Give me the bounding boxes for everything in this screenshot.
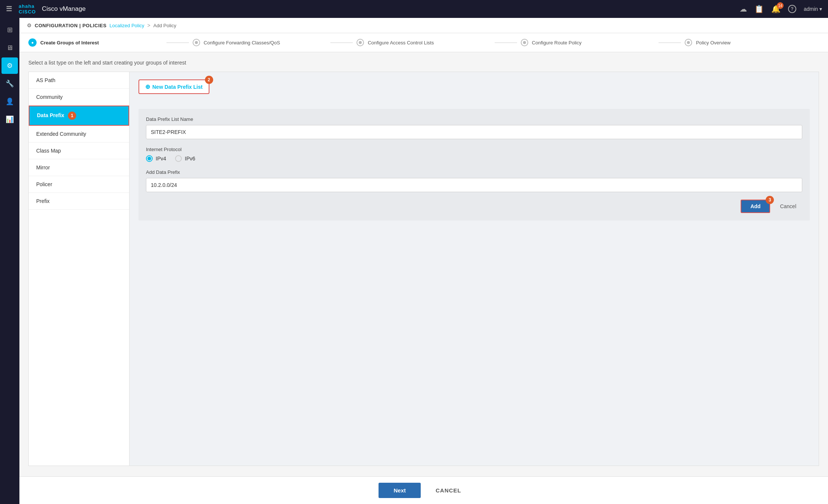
name-input[interactable] (146, 125, 802, 139)
two-column-layout: AS Path Community Data Prefix 1 Extended… (28, 72, 819, 466)
new-data-prefix-list-button[interactable]: ⊕ New Data Prefix List (138, 79, 209, 94)
next-button[interactable]: Next (379, 483, 421, 498)
bottom-bar: Next CANCEL (19, 476, 828, 504)
ipv6-radio[interactable] (175, 155, 182, 162)
cloud-icon[interactable]: ☁ (740, 4, 747, 13)
active-item-badge: 1 (68, 112, 76, 120)
sidebar-item-tools[interactable]: 🔧 (1, 75, 18, 92)
ipv4-radio[interactable] (146, 155, 153, 162)
step-3-label: Configure Access Control Lists (368, 40, 434, 46)
new-list-badge: 2 (205, 76, 213, 84)
prefix-input[interactable] (146, 178, 802, 192)
brand-logo: ☰ ahahaCISCO Cisco vManage (6, 3, 740, 15)
cisco-logo: ahahaCISCO (19, 3, 36, 15)
step-3-circle (357, 39, 364, 46)
list-item-policer[interactable]: Policer (29, 176, 129, 193)
action-row: Add 3 Cancel (146, 200, 802, 213)
sidebar-item-dashboard[interactable]: ⊞ (1, 22, 18, 38)
breadcrumb-current: Add Policy (153, 23, 176, 28)
notification-icon[interactable]: 🔔 14 (771, 4, 781, 13)
breadcrumb: ⚙ CONFIGURATION | POLICIES Localized Pol… (19, 18, 828, 33)
step-4-circle (521, 39, 528, 46)
protocol-radio-group: IPv4 IPv6 (146, 155, 802, 162)
plus-icon: ⊕ (145, 83, 150, 90)
step-1-circle: ● (28, 38, 37, 47)
breadcrumb-link[interactable]: Localized Policy (109, 23, 144, 28)
notification-badge: 14 (777, 2, 784, 9)
wizard-step-1: ● Create Groups of Interest (28, 38, 163, 47)
breadcrumb-section: CONFIGURATION | POLICIES (35, 23, 106, 28)
prefix-label: Add Data Prefix (146, 169, 802, 175)
step-5-circle (685, 39, 692, 46)
step-connector-2 (330, 43, 353, 43)
list-item-data-prefix[interactable]: Data Prefix 1 (29, 106, 129, 126)
wizard-step-2: Configure Forwarding Classes/QoS (193, 39, 327, 46)
step-4-label: Configure Route Policy (532, 40, 582, 46)
list-panel: AS Path Community Data Prefix 1 Extended… (29, 72, 130, 466)
new-list-btn-label: New Data Prefix List (152, 84, 203, 90)
wizard-steps: ● Create Groups of Interest Configure Fo… (19, 33, 828, 52)
clipboard-icon[interactable]: 📋 (754, 4, 764, 13)
step-2-label: Configure Forwarding Classes/QoS (204, 40, 280, 46)
content-inner: Select a list type on the left and start… (19, 52, 828, 476)
step-1-label: Create Groups of Interest (40, 40, 99, 46)
main-content: ⚙ CONFIGURATION | POLICIES Localized Pol… (19, 18, 828, 504)
list-item-mirror[interactable]: Mirror (29, 159, 129, 176)
breadcrumb-arrow: > (147, 22, 150, 28)
ipv6-option[interactable]: IPv6 (175, 155, 195, 162)
admin-label[interactable]: admin ▾ (804, 6, 822, 12)
name-section: Data Prefix List Name (146, 116, 802, 139)
list-item-as-path[interactable]: AS Path (29, 72, 129, 89)
protocol-section: Internet Protocol IPv4 IPv6 (146, 147, 802, 162)
sidebar-item-admin[interactable]: 👤 (1, 93, 18, 110)
gear-icon: ⚙ (27, 22, 32, 28)
add-btn-container: Add 3 (741, 200, 770, 213)
ipv4-label: IPv4 (156, 156, 166, 162)
new-list-btn-container: ⊕ New Data Prefix List 2 (138, 79, 209, 101)
left-sidebar: ⊞ 🖥 ⚙ 🔧 👤 📊 (0, 18, 19, 504)
sidebar-item-analytics[interactable]: 📊 (1, 111, 18, 128)
step-connector-4 (659, 43, 681, 43)
wizard-step-3: Configure Access Control Lists (357, 39, 491, 46)
protocol-label: Internet Protocol (146, 147, 802, 152)
cancel-small-button[interactable]: Cancel (774, 200, 802, 213)
step-connector-3 (495, 43, 517, 43)
instruction-text: Select a list type on the left and start… (28, 60, 819, 66)
content-area: Select a list type on the left and start… (19, 52, 828, 476)
list-item-prefix[interactable]: Prefix (29, 193, 129, 210)
app-title: Cisco vManage (42, 5, 85, 13)
step-connector-1 (166, 43, 189, 43)
form-container: Data Prefix List Name Internet Protocol … (138, 109, 810, 220)
top-nav-right: ☁ 📋 🔔 14 ? admin ▾ (740, 4, 822, 13)
step-5-label: Policy Overview (696, 40, 730, 46)
ipv4-option[interactable]: IPv4 (146, 155, 166, 162)
top-navigation: ☰ ahahaCISCO Cisco vManage ☁ 📋 🔔 14 ? ad… (0, 0, 828, 18)
prefix-section: Add Data Prefix (146, 169, 802, 192)
help-icon[interactable]: ? (788, 5, 796, 13)
cancel-main-button[interactable]: CANCEL (428, 483, 469, 498)
form-panel: ⊕ New Data Prefix List 2 Data Prefix Lis… (130, 72, 819, 466)
wizard-step-5: Policy Overview (685, 39, 819, 46)
hamburger-icon[interactable]: ☰ (6, 5, 12, 13)
ipv6-label: IPv6 (185, 156, 195, 162)
name-label: Data Prefix List Name (146, 116, 802, 122)
add-badge: 3 (766, 196, 774, 204)
list-item-community[interactable]: Community (29, 89, 129, 106)
step-2-circle (193, 39, 200, 46)
wizard-step-4: Configure Route Policy (521, 39, 655, 46)
list-item-class-map[interactable]: Class Map (29, 143, 129, 159)
sidebar-item-devices[interactable]: 🖥 (1, 40, 18, 56)
sidebar-item-configuration[interactable]: ⚙ (1, 57, 18, 74)
list-item-extended-community[interactable]: Extended Community (29, 126, 129, 143)
